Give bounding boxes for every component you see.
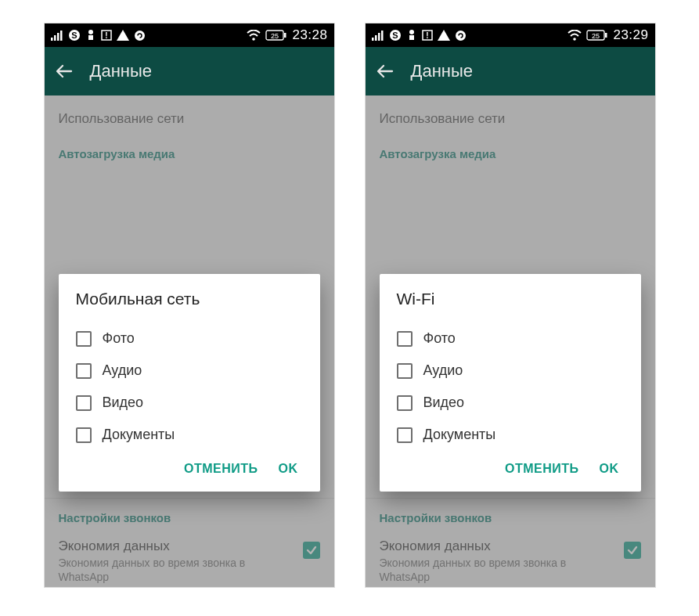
data-saver-sub: Экономия данных во время звонка в WhatsA… bbox=[380, 556, 614, 584]
cancel-button[interactable]: ОТМЕНИТЬ bbox=[184, 462, 258, 476]
svg-point-6 bbox=[88, 30, 93, 34]
svg-point-10 bbox=[135, 31, 145, 41]
svg-text:!: ! bbox=[105, 31, 107, 40]
svg-point-11 bbox=[253, 38, 256, 41]
svg-text:S: S bbox=[71, 31, 77, 40]
svg-rect-3 bbox=[60, 31, 63, 41]
checkbox-icon[interactable] bbox=[397, 331, 413, 347]
option-documents[interactable]: Документы bbox=[76, 419, 303, 451]
svg-point-25 bbox=[456, 31, 466, 41]
checkbox-icon[interactable] bbox=[397, 427, 413, 443]
phone-screen-right: S ! 25 23:29 bbox=[366, 23, 655, 587]
option-photo[interactable]: Фото bbox=[397, 322, 624, 355]
cancel-button[interactable]: ОТМЕНИТЬ bbox=[505, 462, 579, 476]
data-saver-checkbox[interactable] bbox=[624, 542, 641, 559]
svg-text:S: S bbox=[392, 31, 398, 40]
battery-icon: 25 bbox=[265, 30, 287, 41]
media-autodownload-header: Автозагрузка медиа bbox=[366, 138, 655, 167]
warning-icon bbox=[438, 30, 450, 41]
page-title: Данные bbox=[90, 61, 152, 81]
option-label: Аудио bbox=[103, 362, 142, 379]
dialog-title: Мобильная сеть bbox=[76, 290, 303, 308]
calls-settings-header: Настройки звонков bbox=[45, 502, 334, 531]
data-saver-title: Экономия данных bbox=[59, 539, 294, 554]
signal-icon bbox=[51, 30, 63, 41]
option-label: Документы bbox=[103, 427, 175, 443]
svg-rect-28 bbox=[605, 33, 607, 38]
svg-rect-13 bbox=[284, 33, 286, 38]
svg-rect-7 bbox=[88, 35, 93, 40]
svg-rect-17 bbox=[378, 33, 380, 41]
network-usage-item[interactable]: Использование сети bbox=[45, 95, 334, 138]
svg-rect-2 bbox=[57, 33, 59, 41]
divider bbox=[45, 498, 334, 499]
data-saver-row[interactable]: Экономия данных Экономия данных во время… bbox=[366, 531, 655, 587]
svg-text:25: 25 bbox=[271, 32, 279, 40]
checkbox-icon[interactable] bbox=[76, 395, 92, 411]
app-bar: Данные bbox=[366, 47, 655, 95]
notif-icon-1 bbox=[85, 29, 96, 41]
content-area: Использование сети Автозагрузка медиа за… bbox=[45, 95, 334, 587]
svg-rect-16 bbox=[375, 35, 377, 41]
checkbox-icon[interactable] bbox=[76, 427, 92, 443]
divider bbox=[366, 498, 655, 499]
checkbox-icon[interactable] bbox=[397, 395, 413, 411]
checkbox-icon[interactable] bbox=[76, 331, 92, 347]
option-label: Фото bbox=[423, 330, 456, 347]
clock: 23:29 bbox=[613, 27, 648, 43]
option-video[interactable]: Видео bbox=[76, 387, 303, 419]
svg-text:25: 25 bbox=[592, 32, 600, 40]
svg-point-21 bbox=[409, 30, 414, 34]
data-saver-sub: Экономия данных во время звонка в WhatsA… bbox=[59, 556, 294, 584]
warning-icon bbox=[117, 30, 129, 41]
autodownload-dialog: Мобильная сеть Фото Аудио Видео Документ… bbox=[59, 274, 320, 492]
autodownload-dialog: Wi-Fi Фото Аудио Видео Документы ОТМЕНИТ… bbox=[380, 274, 641, 492]
option-label: Аудио bbox=[423, 362, 463, 379]
option-label: Документы bbox=[423, 427, 496, 443]
ok-button[interactable]: OK bbox=[600, 462, 619, 476]
skype-icon: S bbox=[389, 29, 402, 41]
battery-icon: 25 bbox=[586, 30, 608, 41]
svg-rect-15 bbox=[372, 38, 374, 41]
svg-rect-0 bbox=[51, 38, 53, 41]
network-usage-item[interactable]: Использование сети bbox=[366, 95, 655, 138]
notif-icon-2: ! bbox=[422, 30, 433, 41]
option-audio[interactable]: Аудио bbox=[397, 355, 624, 387]
notif-icon-2: ! bbox=[101, 30, 112, 41]
wifi-icon bbox=[567, 30, 582, 41]
page-title: Данные bbox=[411, 61, 473, 81]
svg-rect-18 bbox=[381, 31, 384, 41]
option-audio[interactable]: Аудио bbox=[76, 355, 303, 387]
option-photo[interactable]: Фото bbox=[76, 322, 303, 355]
sync-icon bbox=[134, 30, 146, 41]
notif-icon-1 bbox=[406, 29, 417, 41]
content-area: Использование сети Автозагрузка медиа за… bbox=[366, 95, 655, 587]
status-bar: S ! 25 23:28 bbox=[45, 23, 334, 47]
status-bar: S ! 25 23:29 bbox=[366, 23, 655, 47]
svg-rect-1 bbox=[54, 35, 56, 41]
app-bar: Данные bbox=[45, 47, 334, 95]
calls-settings-header: Настройки звонков bbox=[366, 502, 655, 531]
data-saver-row[interactable]: Экономия данных Экономия данных во время… bbox=[45, 531, 334, 587]
phone-screen-left: S ! 25 23:28 bbox=[45, 23, 334, 587]
checkbox-icon[interactable] bbox=[76, 363, 92, 379]
data-saver-title: Экономия данных bbox=[380, 539, 614, 554]
svg-rect-22 bbox=[409, 35, 414, 40]
signal-icon bbox=[372, 30, 384, 41]
wifi-icon bbox=[247, 30, 261, 41]
checkbox-icon[interactable] bbox=[397, 363, 413, 379]
sync-icon bbox=[455, 30, 467, 41]
svg-text:!: ! bbox=[426, 31, 428, 40]
option-documents[interactable]: Документы bbox=[397, 419, 624, 451]
option-label: Видео bbox=[103, 394, 144, 411]
dialog-title: Wi-Fi bbox=[397, 290, 624, 308]
data-saver-checkbox[interactable] bbox=[303, 542, 320, 559]
ok-button[interactable]: OK bbox=[279, 462, 298, 476]
back-icon[interactable] bbox=[377, 63, 394, 80]
option-label: Фото bbox=[103, 330, 135, 347]
back-icon[interactable] bbox=[56, 63, 73, 80]
skype-icon: S bbox=[68, 29, 81, 41]
option-label: Видео bbox=[423, 394, 465, 411]
option-video[interactable]: Видео bbox=[397, 387, 624, 419]
media-autodownload-header: Автозагрузка медиа bbox=[45, 138, 334, 167]
